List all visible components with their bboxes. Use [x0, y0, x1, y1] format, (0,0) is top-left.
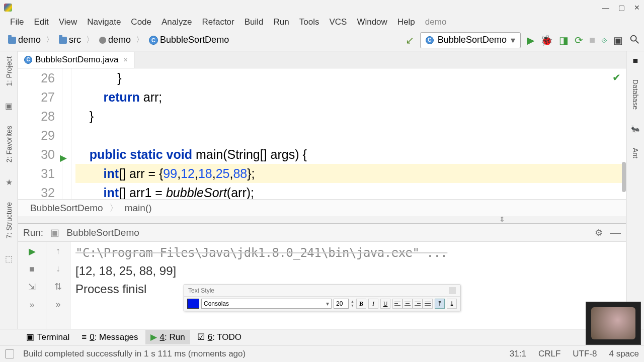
menu-run[interactable]: Run	[269, 16, 294, 29]
tab-todo[interactable]: ☑ 6: TODO	[192, 330, 247, 344]
text-style-popup[interactable]: Text Style Consolas 20 ▲▼ B I U ⤒ ⤓	[184, 285, 460, 311]
rerun-icon[interactable]: ▶	[29, 246, 36, 257]
tab-label: 4: Run	[160, 332, 185, 342]
stop-button-icon[interactable]: ■	[589, 34, 595, 46]
tool-tab-structure[interactable]: 7: Structure	[5, 202, 13, 238]
font-size-input[interactable]: 20	[334, 299, 349, 309]
menu-navigate[interactable]: Navigate	[82, 16, 126, 29]
navigation-toolbar: demo 〉 src 〉 demo 〉 C BubbleSortDemo ↘ C…	[0, 29, 644, 51]
menu-window[interactable]: Window	[352, 16, 392, 29]
italic-button[interactable]: I	[368, 299, 378, 309]
code-editor[interactable]: 2627282930▶3132 } return arr; } public s…	[18, 68, 626, 199]
breadcrumb-label: demo	[108, 35, 131, 45]
breadcrumb-label: demo	[18, 35, 41, 45]
open-balloon-icon[interactable]: ▣	[613, 34, 623, 46]
fold-column[interactable]	[62, 68, 71, 199]
debug-button-icon[interactable]: 🐞	[540, 34, 553, 46]
layout-icon[interactable]: ⇲	[28, 282, 36, 293]
update-project-icon[interactable]: ⟐	[601, 34, 607, 46]
bottom-tool-bar: ▣ Terminal ≡ 0: Messages ▶ 4: Run ☑ 6: T…	[0, 329, 644, 345]
line-separator[interactable]: CRLF	[538, 349, 560, 359]
minimize-window-icon[interactable]: —	[602, 4, 609, 12]
folder-icon	[59, 37, 67, 44]
crumb-method[interactable]: main()	[125, 203, 152, 214]
scrollbar-thumb[interactable]	[622, 162, 626, 192]
coverage-button-icon[interactable]: ◨	[559, 34, 569, 46]
expand-icon[interactable]: »	[55, 299, 60, 310]
chevron-right-icon: 〉	[109, 202, 119, 215]
class-icon: C	[24, 56, 32, 64]
valign-bottom-button[interactable]: ⤓	[447, 299, 457, 309]
project-name-label: demo	[425, 17, 447, 27]
menu-refactor[interactable]: Refactor	[197, 16, 239, 29]
crumb-class[interactable]: BubbleSortDemo	[30, 203, 103, 214]
menu-edit[interactable]: Edit	[29, 16, 53, 29]
stop-icon[interactable]: ■	[29, 264, 35, 275]
menu-view[interactable]: View	[54, 16, 83, 29]
tab-terminal[interactable]: ▣ Terminal	[21, 330, 74, 344]
tool-windows-icon[interactable]	[5, 349, 14, 358]
code-lines[interactable]: } return arr; } public static void main(…	[71, 68, 626, 199]
bold-button[interactable]: B	[356, 299, 366, 309]
tool-tab-ant[interactable]: Ant	[631, 148, 639, 158]
breadcrumb-src[interactable]: src	[55, 34, 85, 46]
menu-code[interactable]: Code	[126, 16, 156, 29]
menu-bar: File Edit View Navigate Code Analyze Ref…	[0, 15, 644, 29]
close-window-icon[interactable]: ✕	[634, 4, 640, 12]
align-center-button[interactable]	[403, 299, 413, 309]
build-hammer-icon[interactable]: ↘	[406, 34, 414, 46]
resize-handle-icon[interactable]: ⇕	[499, 215, 505, 223]
minimize-panel-icon[interactable]: —	[610, 226, 621, 239]
tab-messages[interactable]: ≡ 0: Messages	[76, 330, 143, 344]
menu-vcs[interactable]: VCS	[324, 16, 352, 29]
caret-position[interactable]: 31:1	[510, 349, 526, 359]
close-tab-icon[interactable]: ×	[123, 56, 127, 64]
align-right-button[interactable]	[413, 299, 423, 309]
expand-icon[interactable]: »	[29, 300, 34, 310]
color-swatch[interactable]	[187, 299, 199, 309]
run-config-selector[interactable]: C BubbleSortDemo ▾	[420, 32, 521, 48]
breadcrumb-pkg[interactable]: demo	[95, 34, 135, 46]
wrap-icon[interactable]: ⇅	[54, 281, 62, 292]
webcam-overlay	[586, 302, 641, 345]
font-family-select[interactable]: Consolas	[201, 299, 332, 309]
run-config-label: BubbleSortDemo	[66, 227, 139, 238]
size-spinner[interactable]: ▲▼	[351, 300, 354, 308]
menu-tools[interactable]: Tools	[294, 16, 325, 29]
folder-icon[interactable]: ▣	[5, 101, 13, 111]
breadcrumb-class[interactable]: C BubbleSortDemo	[145, 34, 233, 46]
editor-tab[interactable]: C BubbleSortDemo.java ×	[18, 52, 134, 68]
chevron-down-icon: ▾	[511, 35, 515, 46]
tab-run[interactable]: ▶ 4: Run	[145, 330, 190, 344]
menu-build[interactable]: Build	[239, 16, 269, 29]
close-icon[interactable]	[449, 287, 456, 294]
run-panel-header: Run: ▣ BubbleSortDemo ⚙ —	[18, 224, 626, 242]
valign-top-button[interactable]: ⤒	[435, 299, 445, 309]
indent-setting[interactable]: 4 space	[609, 349, 639, 359]
gutter[interactable]: 2627282930▶3132	[18, 68, 62, 199]
breadcrumb-root[interactable]: demo	[4, 34, 45, 46]
status-bar: Build completed successfully in 1 s 111 …	[0, 345, 644, 362]
align-left-button[interactable]	[392, 299, 403, 309]
menu-file[interactable]: File	[5, 16, 29, 29]
search-everywhere-icon[interactable]	[629, 34, 640, 47]
profile-button-icon[interactable]: ⟳	[575, 34, 583, 46]
menu-analyze[interactable]: Analyze	[156, 16, 197, 29]
right-tool-sidebar: ≣ Database 🐜 Ant	[626, 51, 644, 345]
maximize-window-icon[interactable]: ▢	[618, 4, 625, 12]
file-encoding[interactable]: UTF-8	[573, 349, 597, 359]
app-logo-icon	[4, 4, 12, 12]
menu-help[interactable]: Help	[392, 16, 420, 29]
status-message: Build completed successfully in 1 s 111 …	[23, 349, 246, 359]
breadcrumb-label: BubbleSortDemo	[160, 35, 229, 45]
down-icon[interactable]: ↓	[56, 263, 60, 274]
run-button-icon[interactable]: ▶	[527, 34, 534, 46]
tool-tab-favorites[interactable]: 2: Favorites	[5, 126, 13, 162]
align-justify-button[interactable]	[423, 299, 433, 309]
tool-tab-project[interactable]: 1: Project	[5, 56, 13, 86]
tool-tab-database[interactable]: Database	[631, 79, 639, 110]
up-icon[interactable]: ↑	[56, 246, 60, 256]
star-icon: ★	[6, 177, 13, 187]
underline-button[interactable]: U	[380, 299, 390, 309]
gear-icon[interactable]: ⚙	[595, 227, 603, 238]
